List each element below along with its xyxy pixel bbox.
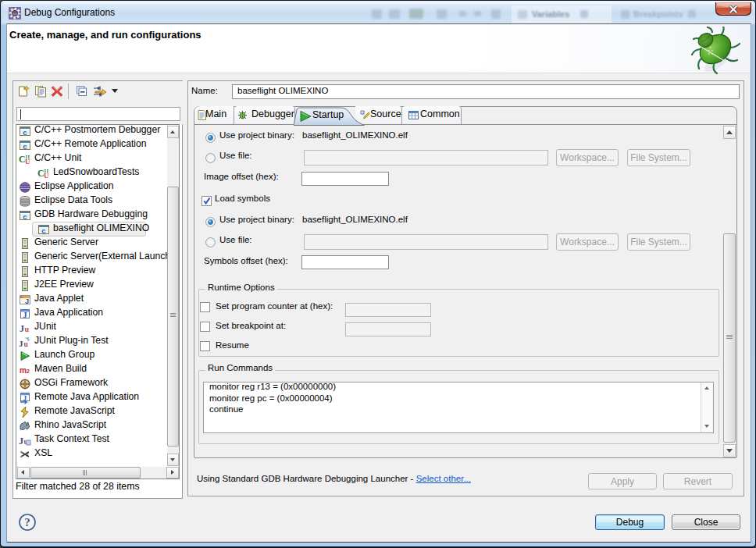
svg-text:U: U: [25, 158, 30, 165]
svg-text:c: c: [23, 212, 27, 221]
svg-text:u: u: [25, 325, 30, 333]
svg-text:J: J: [20, 323, 24, 334]
svg-text:2: 2: [27, 368, 30, 375]
svg-text:u: u: [24, 340, 29, 348]
svg-text:J: J: [25, 297, 29, 305]
svg-text:c: c: [23, 128, 27, 137]
svg-text:J: J: [19, 339, 23, 348]
svg-text:c: c: [41, 226, 45, 235]
svg-text:J: J: [19, 436, 23, 447]
svg-text:J: J: [23, 311, 27, 319]
svg-text:U: U: [44, 172, 49, 180]
svg-text:?: ?: [24, 516, 30, 528]
svg-text:c: c: [23, 142, 27, 151]
